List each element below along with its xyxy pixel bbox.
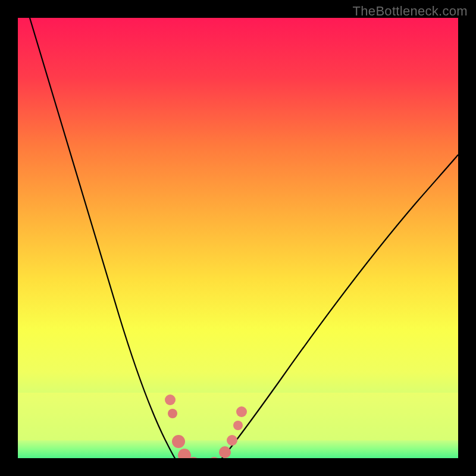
gradient-background [18,18,458,440]
svg-point-2 [172,435,185,448]
bottleneck-chart [0,0,476,476]
svg-point-10 [236,406,247,417]
svg-point-1 [168,409,177,418]
svg-point-0 [165,394,176,405]
border-left [0,0,18,476]
svg-point-7 [219,446,231,458]
chart-frame: TheBottleneck.com [0,0,476,476]
svg-point-9 [233,421,243,430]
watermark-text: TheBottleneck.com [353,4,468,19]
svg-point-8 [227,435,237,446]
yellow-band [18,393,458,440]
border-right [458,0,476,476]
